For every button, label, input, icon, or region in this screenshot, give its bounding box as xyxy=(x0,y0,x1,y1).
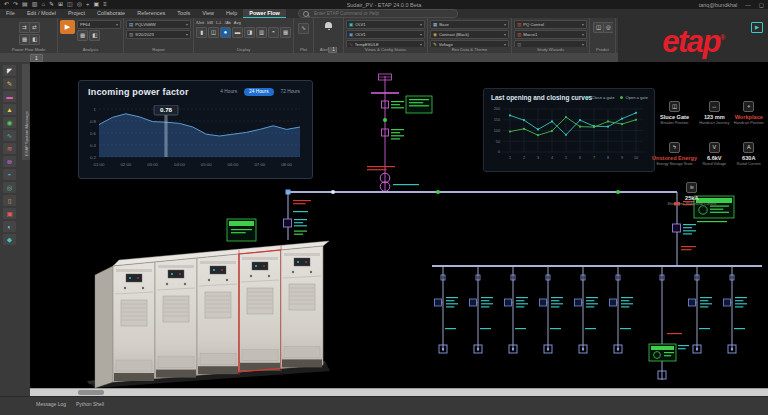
handcart-journey-icon: ↔ xyxy=(709,101,720,112)
run-play-icon[interactable]: ▶ xyxy=(751,22,763,33)
svg-text:0.2: 0.2 xyxy=(90,155,97,160)
menu-tab-help[interactable]: Help xyxy=(220,9,243,18)
menu-tab-view[interactable]: View xyxy=(196,9,220,18)
legend-item-close-a-gate[interactable]: Close a gate xyxy=(586,95,614,100)
edit-pencil-icon[interactable]: ✎ xyxy=(3,78,16,89)
pf-range-4-hours[interactable]: 4 Hours xyxy=(215,88,242,96)
display-toggle-kw[interactable]: kW xyxy=(207,20,213,25)
relay-element-icon[interactable]: ▣ xyxy=(3,208,16,219)
message-log-tab[interactable]: Message Log xyxy=(36,401,66,407)
meter-element-icon[interactable]: ◐ xyxy=(3,221,16,232)
ribbon-dropdown[interactable]: ▦Base▾ xyxy=(430,20,509,29)
transformer-element-icon[interactable]: ⊗ xyxy=(3,156,16,167)
svg-text:100: 100 xyxy=(494,129,500,133)
status-card-handcart-journey: ↔123 mmHandcart Journey xyxy=(697,94,731,126)
one-line-diagram-canvas[interactable]: Incoming power factor 4 Hours24 Hours72 … xyxy=(30,62,768,388)
logged-in-user: tariq@bundkhal xyxy=(699,2,738,8)
svg-text:8: 8 xyxy=(607,156,609,160)
waveform-element-icon[interactable]: ∿ xyxy=(3,130,16,141)
ribbon-dropdown[interactable]: ▥9/20/2023▾ xyxy=(126,30,191,39)
card-subtitle: Short-time Withstand Current xyxy=(652,202,732,207)
svg-text:50: 50 xyxy=(496,140,500,144)
ribbon-icon[interactable]: ◫ xyxy=(208,27,219,38)
ribbon-dropdown[interactable]: ▤PQLVkMW▾ xyxy=(126,20,191,29)
energy-storage-icon: ϟ xyxy=(669,142,680,153)
generator-element-icon[interactable]: ◎ xyxy=(3,182,16,193)
display-toggle-avg[interactable]: Avg xyxy=(234,20,241,25)
menu-tab-tools[interactable]: Tools xyxy=(171,9,196,18)
search-input[interactable] xyxy=(312,10,453,17)
pf-chart: 10.80.60.40.201:0002:0003:0004:0005:0006… xyxy=(83,105,308,175)
pv-element-icon[interactable]: ◆ xyxy=(3,234,16,245)
ribbon-dropdown[interactable]: ▥Macro1▾ xyxy=(514,30,587,39)
menu-tab-edit-model[interactable]: Edit / Model xyxy=(21,9,62,18)
ribbon-icon[interactable]: ◨ xyxy=(244,27,255,38)
motor-element-icon[interactable]: ◓ xyxy=(3,169,16,180)
menu-tab-power-flow[interactable]: Power Flow xyxy=(243,9,286,18)
ribbon-icon[interactable]: ◧ xyxy=(29,34,40,45)
svg-text:0.8: 0.8 xyxy=(90,119,97,124)
ribbon-icon[interactable]: ◓ xyxy=(268,27,279,38)
switchgear-3d-rendering xyxy=(85,233,330,388)
svg-text:07:00: 07:00 xyxy=(254,162,265,167)
ribbon-icon[interactable]: ▬ xyxy=(232,27,243,38)
pf-range-24-hours[interactable]: 24 Hours xyxy=(244,88,273,96)
ribbon-dropdown[interactable]: ◉Contrast (Black)▾ xyxy=(430,30,509,39)
ribbon-icon[interactable]: ▥ xyxy=(256,27,267,38)
scrollbar-thumb[interactable] xyxy=(78,390,104,395)
ribbon-dropdown[interactable]: ∿TempESULE▾ xyxy=(346,40,425,47)
node-element-icon[interactable]: ◉ xyxy=(3,117,16,128)
menu-tab-project[interactable]: Project xyxy=(62,9,91,18)
svg-text:04:00: 04:00 xyxy=(174,162,185,167)
warning-element-icon[interactable]: ▲ xyxy=(3,104,16,115)
window-title: Sudair_PV - ETAP 24.0.0 Beta xyxy=(0,2,768,8)
display-toggle-unit[interactable]: /Unit xyxy=(196,20,204,25)
alert-bell-icon[interactable] xyxy=(325,22,332,28)
svg-text:7: 7 xyxy=(593,156,595,160)
display-toggle-ll[interactable]: L-L xyxy=(216,20,222,25)
ribbon-icon[interactable]: ▦ xyxy=(77,30,88,41)
card-subtitle: Handcart Position xyxy=(732,121,766,126)
display-toggle-ab[interactable]: /Ab xyxy=(225,20,231,25)
breaker-element-icon[interactable]: ▯ xyxy=(3,195,16,206)
rated-voltage-icon: V xyxy=(709,142,720,153)
card-value: 25kA xyxy=(652,195,732,201)
menu-tab-references[interactable]: References xyxy=(131,9,171,18)
withstand-current-icon: ≋ xyxy=(686,182,697,193)
minimize-button[interactable]: — xyxy=(745,2,751,8)
menu-tab-collaborate[interactable]: Collaborate xyxy=(91,9,131,18)
ribbon-dropdown[interactable]: ▣OLV1▾ xyxy=(346,30,425,39)
restore-button[interactable]: ▢ xyxy=(759,2,764,8)
ribbon-icon[interactable]: ⇄ xyxy=(29,22,40,33)
ribbon-group-plot: ∿Plot xyxy=(294,18,314,53)
ribbon-dropdown[interactable]: ▥PQ Control▾ xyxy=(514,20,587,29)
pf-range-72-hours[interactable]: 72 Hours xyxy=(276,88,305,96)
menu-tab-file[interactable]: File xyxy=(0,9,21,18)
card-subtitle: Breaker Position xyxy=(652,121,697,126)
study-case-dropdown[interactable]: PF64▾ xyxy=(77,20,121,29)
ribbon-dropdown[interactable]: ▣OLV1▾ xyxy=(346,20,425,29)
ribbon-icon[interactable]: ◎ xyxy=(603,22,613,33)
ribbon-icon[interactable]: ▮ xyxy=(196,27,207,38)
svg-text:03:00: 03:00 xyxy=(147,162,158,167)
status-card-breaker-position: ◫Sluce GateBreaker Position xyxy=(652,94,697,126)
bus-element-icon[interactable]: ▬ xyxy=(3,91,16,102)
ribbon-icon[interactable]: ● xyxy=(220,27,231,38)
command-search-box[interactable] xyxy=(298,9,458,18)
card-value: 630A xyxy=(732,155,766,161)
menu-tabs: FileEdit / ModelProjectCollaborateRefere… xyxy=(0,9,286,18)
ribbon-icon[interactable]: ◧ xyxy=(89,30,100,41)
legend-item-open-a-gate[interactable]: Open a gate xyxy=(620,95,648,100)
ribbon-dropdown[interactable]: ▥▾ xyxy=(514,40,587,47)
run-analysis-button[interactable]: ▶ xyxy=(60,20,75,34)
select-cursor-icon[interactable]: ◤ xyxy=(3,65,16,76)
ribbon-icon[interactable]: ▦ xyxy=(280,27,291,38)
svg-text:0.6: 0.6 xyxy=(90,131,97,136)
card-value: Sluce Gate xyxy=(652,114,697,120)
diagram-tab-1[interactable]: 1 xyxy=(30,54,43,62)
system-message-tab[interactable]: ETAP System Message xyxy=(22,64,30,160)
python-shell-tab[interactable]: Python Shell xyxy=(76,401,104,407)
cable-element-icon[interactable]: ≋ xyxy=(3,143,16,154)
plot-button[interactable]: ∿ xyxy=(298,23,309,34)
ribbon-dropdown[interactable]: ✎Voltage▾ xyxy=(430,40,509,47)
